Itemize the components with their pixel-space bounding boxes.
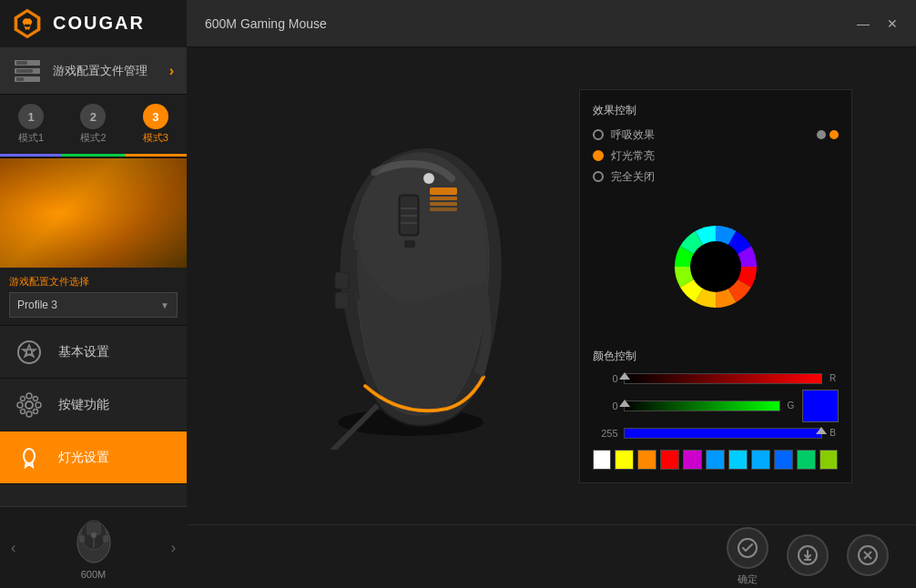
cougar-logo-icon bbox=[11, 7, 44, 40]
mode-tab-2[interactable]: 2 模式2 bbox=[62, 95, 124, 157]
profile-select-dropdown[interactable]: Profile 3 ▼ bbox=[9, 292, 178, 318]
content-area: 效果控制 呼吸效果 灯光常亮 bbox=[187, 47, 916, 588]
close-button[interactable]: ✕ bbox=[883, 16, 901, 31]
b-slider-fill bbox=[625, 429, 821, 438]
r-slider[interactable] bbox=[624, 373, 822, 384]
svg-rect-36 bbox=[404, 240, 415, 248]
nav-item-lighting[interactable]: 灯光设置 bbox=[0, 431, 187, 484]
swatch-blue[interactable] bbox=[774, 450, 793, 470]
g-channel-label: G bbox=[786, 400, 797, 411]
lighting-label: 灯光设置 bbox=[58, 450, 109, 466]
svg-rect-38 bbox=[335, 292, 349, 309]
svg-rect-27 bbox=[79, 535, 85, 542]
effect-constant-row: 灯光常亮 bbox=[593, 148, 839, 164]
window-controls: — ✕ bbox=[854, 16, 916, 31]
nav-item-basic[interactable]: 基本设置 bbox=[0, 326, 187, 379]
swatch-orange[interactable] bbox=[637, 450, 656, 470]
svg-rect-39 bbox=[430, 188, 457, 195]
svg-rect-5 bbox=[16, 61, 27, 65]
r-slider-row: 0 R bbox=[593, 373, 839, 384]
mode-2-number: 2 bbox=[80, 104, 106, 129]
profile-mgmt-arrow: › bbox=[169, 63, 174, 79]
svg-rect-37 bbox=[335, 272, 349, 289]
svg-point-18 bbox=[21, 409, 25, 413]
effect-breathing-radio[interactable] bbox=[593, 129, 604, 140]
svg-point-12 bbox=[26, 393, 32, 399]
mode-tab-1[interactable]: 1 模式1 bbox=[0, 95, 62, 157]
effect-breathing-label: 呼吸效果 bbox=[611, 127, 655, 143]
swatch-red[interactable] bbox=[660, 450, 679, 470]
mode-tabs: 1 模式1 2 模式2 3 模式3 bbox=[0, 95, 187, 158]
g-slider-row: 0 G bbox=[593, 390, 839, 422]
confirm-button[interactable]: 确定 bbox=[727, 527, 768, 586]
svg-point-16 bbox=[21, 396, 25, 400]
b-slider[interactable] bbox=[624, 428, 822, 439]
basic-settings-icon bbox=[15, 338, 44, 367]
confirm-icon bbox=[727, 527, 768, 569]
effect-constant-label: 灯光常亮 bbox=[611, 148, 655, 164]
cancel-button[interactable] bbox=[847, 534, 889, 580]
effect-off-label: 完全关闭 bbox=[611, 169, 655, 185]
basic-settings-label: 基本设置 bbox=[58, 344, 109, 360]
swatch-light-blue[interactable] bbox=[706, 450, 725, 470]
confirm-label: 确定 bbox=[738, 573, 758, 586]
device-next-button[interactable]: › bbox=[164, 532, 183, 563]
swatch-white[interactable] bbox=[593, 450, 612, 470]
lighting-panel: 效果控制 呼吸效果 灯光常亮 bbox=[579, 89, 852, 483]
r-channel-label: R bbox=[828, 373, 839, 383]
svg-rect-41 bbox=[430, 202, 457, 206]
main-layout: 游戏配置文件管理 › 1 模式1 2 模式2 3 模式3 游戏配置文件选择 bbox=[0, 47, 916, 588]
device-item: 600M bbox=[66, 515, 121, 580]
r-slider-thumb bbox=[619, 372, 630, 380]
b-value: 255 bbox=[593, 428, 618, 439]
color-wheel[interactable] bbox=[652, 203, 779, 330]
profile-mgmt-label: 游戏配置文件管理 bbox=[53, 63, 158, 79]
g-value: 0 bbox=[593, 400, 618, 411]
g-slider[interactable] bbox=[624, 400, 780, 411]
cancel-icon bbox=[847, 534, 889, 576]
profile-select-value: Profile 3 bbox=[17, 299, 57, 311]
effect-breathing-row: 呼吸效果 bbox=[593, 127, 839, 143]
profile-management-button[interactable]: 游戏配置文件管理 › bbox=[0, 47, 187, 95]
effect-constant-radio[interactable] bbox=[593, 150, 604, 161]
b-slider-row: 255 B bbox=[593, 428, 839, 439]
svg-point-26 bbox=[91, 532, 97, 538]
nav-item-keys[interactable]: 按键功能 bbox=[0, 379, 187, 431]
device-selector: ‹ 600M › bbox=[0, 506, 187, 588]
ind-dot-orange bbox=[829, 130, 839, 139]
svg-point-15 bbox=[36, 402, 41, 408]
svg-point-13 bbox=[26, 411, 32, 417]
r-value: 0 bbox=[593, 373, 618, 384]
mode-1-label: 模式1 bbox=[18, 131, 44, 145]
download-button[interactable] bbox=[787, 534, 829, 580]
nav-items: 基本设置 按键功能 bbox=[0, 326, 187, 506]
svg-rect-28 bbox=[103, 535, 108, 542]
mode-2-label: 模式2 bbox=[80, 131, 106, 145]
device-name-label: 600M bbox=[81, 569, 107, 580]
title-bar: COUGAR 600M Gaming Mouse — ✕ bbox=[0, 0, 916, 47]
g-slider-thumb bbox=[619, 400, 630, 407]
effect-off-radio[interactable] bbox=[593, 171, 604, 182]
mode-tab-3[interactable]: 3 模式3 bbox=[125, 95, 187, 157]
swatch-sky-blue[interactable] bbox=[751, 450, 770, 470]
mode-3-number: 3 bbox=[143, 104, 168, 129]
mode-1-number: 1 bbox=[18, 104, 44, 129]
effect-off-row: 完全关闭 bbox=[593, 169, 839, 185]
swatch-purple[interactable] bbox=[683, 450, 702, 470]
profile-image bbox=[0, 158, 187, 268]
swatch-yellow[interactable] bbox=[615, 450, 634, 470]
device-prev-button[interactable]: ‹ bbox=[4, 532, 23, 563]
content-body: 效果控制 呼吸效果 灯光常亮 bbox=[187, 47, 916, 524]
minimize-button[interactable]: — bbox=[854, 16, 872, 31]
svg-point-20 bbox=[24, 449, 35, 463]
ind-dot-gray bbox=[817, 130, 826, 139]
svg-rect-42 bbox=[430, 208, 457, 211]
swatch-lime[interactable] bbox=[819, 450, 839, 470]
swatch-green[interactable] bbox=[797, 450, 816, 470]
mode-3-label: 模式3 bbox=[143, 131, 168, 145]
bottom-bar: 确定 bbox=[187, 524, 916, 588]
swatch-cyan[interactable] bbox=[728, 450, 748, 470]
effect-control: 效果控制 呼吸效果 灯光常亮 bbox=[593, 103, 839, 185]
svg-point-19 bbox=[34, 409, 38, 413]
mouse-display bbox=[251, 113, 561, 459]
